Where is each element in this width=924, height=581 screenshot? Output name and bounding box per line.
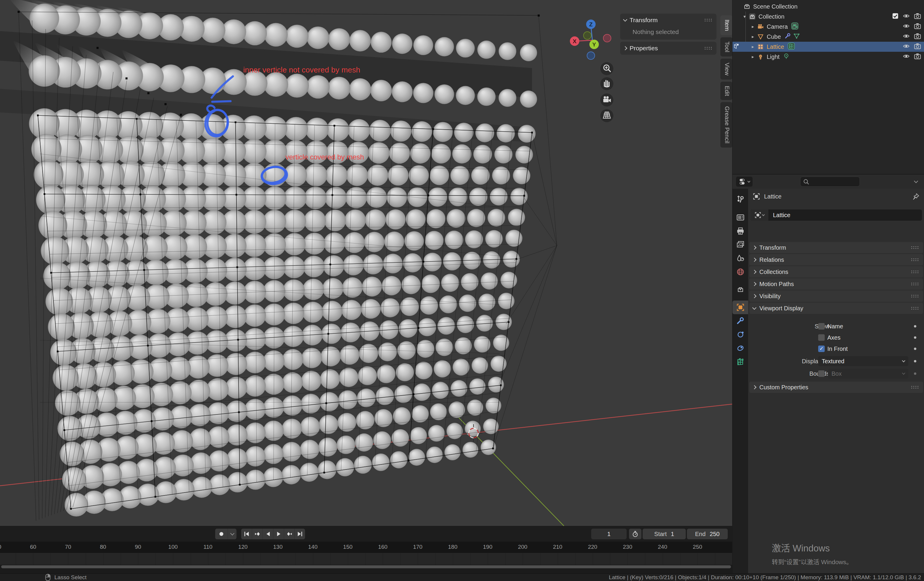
- tab-edit[interactable]: Edit: [720, 82, 732, 100]
- disclosure-right-icon[interactable]: ▸: [749, 24, 757, 29]
- properties-tab-scene[interactable]: [733, 252, 748, 265]
- eye-toggle-icon[interactable]: [903, 53, 910, 61]
- auto-key-record-button[interactable]: [215, 529, 228, 539]
- eye-toggle-icon[interactable]: [903, 43, 910, 51]
- camera-toggle-icon[interactable]: [914, 43, 921, 51]
- panel-relations[interactable]: Relations: [749, 254, 923, 265]
- editor-type-button[interactable]: [736, 177, 752, 187]
- disclosure-down-icon[interactable]: ▾: [741, 14, 748, 19]
- camera-toggle-icon[interactable]: [914, 53, 921, 61]
- panel-viewport-display[interactable]: Viewport Display: [749, 303, 923, 314]
- outliner-row-scene-collection[interactable]: Scene Collection: [733, 2, 924, 12]
- tab-tool[interactable]: Tool: [720, 37, 732, 56]
- panel-custom-properties[interactable]: Custom Properties: [749, 382, 923, 393]
- auto-key-dropdown[interactable]: [228, 529, 236, 539]
- panel-grip-icon[interactable]: [704, 18, 713, 22]
- in-front-checkbox[interactable]: ✓: [818, 346, 825, 352]
- disclosure-right-icon[interactable]: ▸: [749, 44, 757, 50]
- current-frame-field[interactable]: 1: [591, 529, 627, 539]
- gizmo-axis-neg-y[interactable]: [584, 31, 591, 39]
- gizmo-axis-z[interactable]: Z: [586, 20, 596, 29]
- tab-grease-pencil[interactable]: Grease Pencil: [720, 102, 732, 147]
- panel-collections[interactable]: Collections: [749, 266, 923, 278]
- panel-motion-paths[interactable]: Motion Paths: [749, 278, 923, 290]
- timeline-scrollbar[interactable]: [0, 565, 732, 569]
- animate-dot[interactable]: [914, 372, 916, 375]
- disclosure-right-icon[interactable]: ▸: [749, 54, 757, 60]
- jump-end-button[interactable]: [294, 529, 305, 539]
- object-id-selector[interactable]: [751, 209, 769, 221]
- pin-icon[interactable]: [912, 193, 919, 200]
- camera-toggle-icon[interactable]: [914, 33, 921, 41]
- outliner-row-lattice[interactable]: ▸Lattice: [733, 42, 924, 52]
- outliner-row-cube[interactable]: ▸Cube: [733, 31, 924, 42]
- panel-grip-icon[interactable]: [911, 295, 919, 298]
- camera-toggle-icon[interactable]: [914, 23, 921, 31]
- properties-tab-tool[interactable]: [733, 193, 748, 207]
- disclosure-right-icon[interactable]: ▸: [749, 34, 757, 39]
- timeline-track[interactable]: [0, 553, 732, 565]
- eye-toggle-icon[interactable]: [903, 13, 910, 21]
- scrollbar-thumb[interactable]: [1, 565, 731, 568]
- properties-tab-world[interactable]: [733, 265, 748, 279]
- navigation-gizmo[interactable]: Z X Y: [564, 15, 617, 65]
- outliner-row-light[interactable]: ▸Light: [733, 52, 924, 62]
- panel-grip-icon[interactable]: [911, 386, 919, 389]
- move-view-button[interactable]: [601, 77, 613, 90]
- panel-grip-icon[interactable]: [911, 306, 919, 310]
- properties-tab-output[interactable]: [733, 224, 748, 238]
- gizmo-axis-x[interactable]: X: [570, 36, 579, 46]
- panel-grip-icon[interactable]: [911, 246, 919, 249]
- start-frame-field[interactable]: Start 1: [643, 529, 686, 539]
- panel-visibility[interactable]: Visibility: [749, 290, 923, 302]
- end-frame-field[interactable]: End 250: [687, 529, 728, 539]
- animate-dot[interactable]: [914, 325, 916, 328]
- gizmo-axis-neg-x[interactable]: [603, 34, 611, 42]
- viewport-canvas[interactable]: [0, 0, 732, 526]
- panel-transform[interactable]: Transform: [749, 242, 923, 253]
- animate-dot[interactable]: [914, 336, 916, 339]
- checkbox-toggle-icon[interactable]: [892, 13, 899, 21]
- object-name-field[interactable]: Lattice: [751, 209, 922, 221]
- properties-subpanel[interactable]: Properties: [620, 42, 716, 55]
- animate-dot[interactable]: [914, 348, 916, 350]
- play-button[interactable]: [273, 529, 284, 539]
- timeline-editor[interactable]: 1 Start 1 End 250 5060708090100110120130…: [0, 526, 732, 573]
- properties-tab-render[interactable]: [733, 211, 748, 224]
- properties-tab-constraints[interactable]: [733, 341, 748, 355]
- timeline-ruler[interactable]: 5060708090100110120130140150160170180190…: [0, 542, 732, 553]
- camera-toggle-icon[interactable]: [914, 13, 921, 21]
- filter-dropdown-button[interactable]: [910, 177, 922, 187]
- prev-keyframe-button[interactable]: [252, 529, 262, 539]
- jump-start-button[interactable]: [241, 529, 252, 539]
- eye-toggle-icon[interactable]: [903, 33, 910, 41]
- properties-tab-object-data[interactable]: [733, 355, 748, 369]
- display-as-dropdown[interactable]: Textured: [818, 356, 908, 366]
- outliner-row-collection[interactable]: ▾Collection: [733, 12, 924, 22]
- gizmo-axis-neg-z[interactable]: [587, 52, 595, 60]
- panel-grip-icon[interactable]: [704, 46, 713, 50]
- panel-grip-icon[interactable]: [911, 258, 919, 262]
- tab-view[interactable]: View: [720, 59, 732, 79]
- play-reverse-button[interactable]: [262, 529, 273, 539]
- grid-view-button[interactable]: [601, 109, 613, 122]
- axes-checkbox[interactable]: [818, 334, 825, 341]
- properties-tab-object[interactable]: [733, 301, 748, 314]
- stopwatch-button[interactable]: [629, 529, 642, 539]
- panel-grip-icon[interactable]: [911, 282, 919, 286]
- properties-tab-collection[interactable]: [733, 283, 748, 296]
- camera-view-button[interactable]: [601, 93, 613, 106]
- properties-tab-modifiers[interactable]: [733, 314, 748, 328]
- name-checkbox[interactable]: [818, 323, 825, 329]
- eye-toggle-icon[interactable]: [903, 23, 910, 31]
- properties-tab-view-layer[interactable]: [733, 238, 748, 252]
- transform-panel[interactable]: Transform Nothing selected: [620, 13, 716, 40]
- bounds-checkbox[interactable]: [818, 370, 825, 377]
- properties-search-input[interactable]: [800, 177, 860, 187]
- panel-grip-icon[interactable]: [911, 270, 919, 274]
- animate-dot[interactable]: [914, 360, 916, 363]
- gizmo-axis-y[interactable]: Y: [589, 40, 599, 49]
- next-keyframe-button[interactable]: [284, 529, 294, 539]
- properties-tab-physics[interactable]: [733, 328, 748, 341]
- bounds-dropdown[interactable]: Box: [828, 369, 908, 379]
